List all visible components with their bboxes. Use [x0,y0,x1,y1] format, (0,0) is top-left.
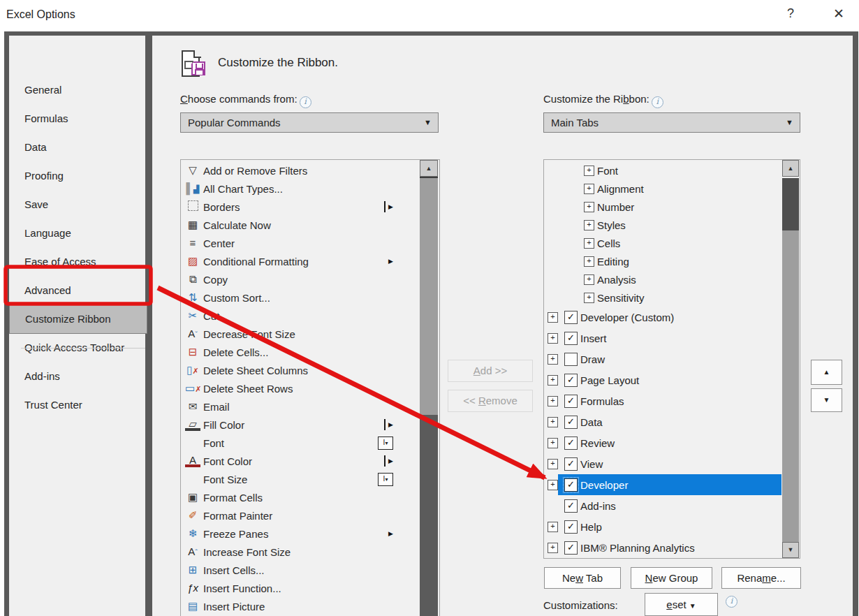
tree-item-font[interactable]: +Font [544,161,781,179]
scroll-down-icon[interactable]: ▼ [782,542,799,558]
expand-icon[interactable]: + [548,354,558,365]
tree-item-sensitivity[interactable]: +Sensitivity [544,288,781,307]
command-item[interactable]: ▯✗Delete Sheet Columns [181,361,417,379]
sidebar-item-proofing[interactable]: Proofing [9,162,145,190]
command-item[interactable]: ✐Format Painter [181,506,417,525]
checkbox[interactable]: ✓ [564,541,578,555]
command-item[interactable]: ▽Add or Remove Filters [181,161,417,179]
expand-icon[interactable]: + [548,480,558,490]
scroll-thumb[interactable] [420,177,438,416]
command-item[interactable]: ⧉Copy [181,270,417,288]
expand-icon[interactable]: + [548,522,558,532]
checkbox[interactable]: ✓ [564,311,578,324]
expand-icon[interactable]: + [584,166,594,176]
tree-item-view[interactable]: +✓View [544,453,781,474]
new-group-button[interactable]: New Group [631,567,712,589]
reset-button[interactable]: eset ▼ [645,593,718,616]
help-icon[interactable]: ? [782,6,799,21]
command-item[interactable]: ❄Freeze Panes▶ [181,525,417,543]
tree-item-insert[interactable]: +✓Insert [544,328,781,349]
command-item[interactable]: ƒxInsert Function... [181,579,417,597]
command-item[interactable]: AˆIncrease Font Size [181,543,417,561]
tree-item-data[interactable]: +✓Data [544,411,781,432]
command-item[interactable]: ▤Insert Picture [181,597,417,615]
sidebar-item-trust-center[interactable]: Trust Center [9,391,145,419]
scroll-up-icon[interactable]: ▲ [420,160,438,177]
close-icon[interactable]: ✕ [830,6,848,22]
scroll-up-icon[interactable]: ▲ [782,160,799,177]
tree-item-editing[interactable]: +Editing [544,252,781,270]
command-item[interactable]: ⊞Insert Cells... [181,561,417,579]
expand-icon[interactable]: + [584,238,594,249]
choose-commands-dropdown[interactable]: Popular Commands ▼ [180,112,439,133]
customize-ribbon-dropdown[interactable]: Main Tabs ▼ [543,112,800,133]
sidebar-item-data[interactable]: Data [9,133,145,161]
command-item[interactable]: AˇDecrease Font Size [181,325,417,343]
command-item[interactable]: ✂Cut [181,307,417,325]
command-item[interactable]: ⇅Custom Sort... [181,288,417,307]
tree-item-styles[interactable]: +Styles [544,216,781,234]
tree-item-cells[interactable]: +Cells [544,234,781,252]
expand-icon[interactable]: + [584,220,594,230]
command-item[interactable]: AFont Color▶ [181,452,417,470]
command-item[interactable]: ✉Email [181,397,417,416]
tree-item-analysis[interactable]: +Analysis [544,270,781,288]
expand-icon[interactable]: + [548,333,558,344]
tree-item-formulas[interactable]: +✓Formulas [544,390,781,411]
expand-icon[interactable]: + [548,417,558,427]
checkbox[interactable]: ✓ [564,499,578,513]
tree-item-review[interactable]: +✓Review [544,432,781,453]
info-icon[interactable]: i [726,596,737,608]
expand-icon[interactable]: + [584,202,594,212]
command-item[interactable]: ▱Fill Color▶ [181,416,417,434]
sidebar-item-formulas[interactable]: Formulas [9,105,145,133]
checkbox[interactable]: ✓ [564,374,578,387]
tree-item-number[interactable]: +Number [544,198,781,216]
checkbox[interactable]: ✓ [564,395,578,408]
add-button[interactable]: Add >> [448,360,533,382]
scroll-track[interactable] [420,415,438,616]
command-item[interactable]: FontI▾ [181,434,417,452]
sidebar-item-general[interactable]: General [9,76,145,104]
tree-item-draw[interactable]: +Draw [544,349,781,369]
checkbox[interactable]: ✓ [564,437,578,450]
sidebar-item-add-ins[interactable]: Add-ins [9,362,145,390]
scroll-thumb[interactable] [782,178,799,230]
command-item[interactable]: Borders▶ [181,198,417,216]
command-item[interactable]: ▌▟All Chart Types... [181,179,417,198]
new-tab-button[interactable]: New Tab [544,567,621,589]
expand-icon[interactable]: + [548,459,558,469]
sidebar-item-save[interactable]: Save [9,191,145,219]
command-item[interactable]: ▭✗Delete Sheet Rows [181,379,417,397]
sidebar-item-customize-ribbon[interactable]: Customize Ribbon [9,304,147,334]
expand-icon[interactable]: + [548,396,558,406]
sidebar-item-advanced[interactable]: Advanced [9,277,145,305]
move-up-button[interactable]: ▲ [811,360,842,385]
move-down-button[interactable]: ▼ [811,388,842,412]
checkbox[interactable]: ✓ [564,478,578,492]
expand-icon[interactable]: + [548,312,558,323]
scroll-track[interactable] [782,230,799,542]
command-item[interactable]: Font SizeI▾ [181,470,417,488]
checkbox[interactable]: ✓ [564,332,578,345]
tree-item-page-layout[interactable]: +✓Page Layout [544,369,781,390]
tree-item-alignment[interactable]: +Alignment [544,179,781,198]
expand-icon[interactable]: + [548,438,558,448]
command-item[interactable]: ≡Center [181,234,417,252]
command-item[interactable]: ▦Calculate Now [181,216,417,234]
checkbox[interactable] [564,353,578,366]
command-item[interactable]: ⊟Delete Cells... [181,343,417,361]
tree-item-developer[interactable]: +✓Developer [544,474,781,495]
expand-icon[interactable]: + [584,293,594,303]
tree-item-add-ins[interactable]: ✓Add-ins [544,495,781,516]
expand-icon[interactable]: + [548,375,558,386]
sidebar-item-language[interactable]: Language [9,219,145,247]
expand-icon[interactable]: + [548,543,558,553]
expand-icon[interactable]: + [584,256,594,267]
rename-button[interactable]: Rename... [721,567,801,589]
checkbox[interactable]: ✓ [564,416,578,429]
tree-item-developer-custom-[interactable]: +✓Developer (Custom) [544,307,781,328]
tree-item-ibm-planning-analytics[interactable]: +✓IBM® Planning Analytics [544,537,781,558]
checkbox[interactable]: ✓ [564,520,578,534]
tree-item-help[interactable]: +✓Help [544,516,781,537]
